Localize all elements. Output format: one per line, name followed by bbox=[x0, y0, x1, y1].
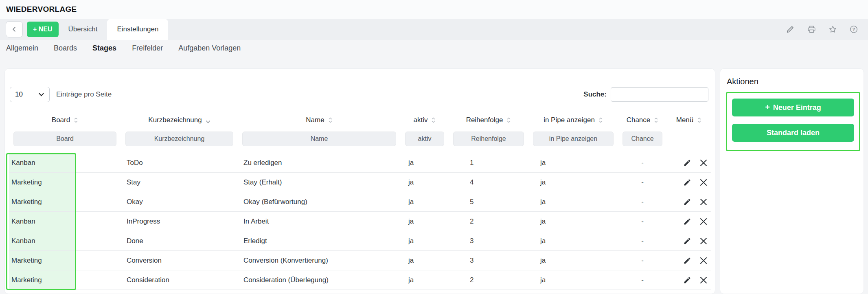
filter-input-reihenfolge[interactable] bbox=[453, 132, 524, 146]
edit-row-button[interactable] bbox=[682, 275, 692, 285]
help-icon[interactable]: ? bbox=[848, 24, 859, 35]
printer-icon bbox=[807, 25, 816, 34]
edit-row-button[interactable] bbox=[682, 236, 692, 246]
filter-input-chance[interactable] bbox=[623, 132, 662, 146]
page-size-select[interactable]: 10 bbox=[10, 87, 50, 102]
column-header-kurzbezeichnung[interactable]: Kurzbezeichnung bbox=[121, 112, 238, 128]
cell-name: Okay (Befürwortung) bbox=[238, 198, 401, 206]
filter-input-name[interactable] bbox=[242, 132, 396, 146]
column-header-aktiv[interactable]: aktiv bbox=[401, 112, 449, 128]
top-strip bbox=[0, 0, 868, 19]
filter-input-board[interactable] bbox=[13, 132, 116, 146]
load-default-label: Standard laden bbox=[767, 129, 820, 137]
cell-name: In Arbeit bbox=[238, 217, 401, 226]
tab-einstellungen[interactable]: Einstellungen bbox=[107, 19, 168, 40]
column-label: Menü bbox=[676, 116, 694, 124]
tab-uebersicht[interactable]: Übersicht bbox=[59, 19, 107, 40]
cell-chance: - bbox=[618, 276, 667, 284]
column-header-menu[interactable]: Menü bbox=[667, 112, 711, 128]
cell-reihenfolge: 1 bbox=[449, 159, 528, 167]
cell-board: Marketing bbox=[9, 270, 121, 290]
table-row: Marketing Stay Stay (Erhalt) ja 4 ja - bbox=[9, 173, 711, 192]
table-row: Marketing Conversion Conversion (Konvert… bbox=[9, 251, 711, 270]
sort-desc-icon bbox=[206, 120, 210, 123]
search-input[interactable] bbox=[611, 87, 708, 102]
delete-row-button[interactable] bbox=[699, 256, 708, 265]
edit-row-button[interactable] bbox=[682, 197, 692, 207]
cell-reihenfolge: 3 bbox=[449, 237, 528, 245]
filter-input-aktiv[interactable] bbox=[405, 132, 444, 146]
cell-aktiv: ja bbox=[401, 276, 449, 284]
cell-menu bbox=[667, 270, 711, 290]
pencil-icon bbox=[683, 178, 691, 186]
delete-row-button[interactable] bbox=[699, 158, 708, 168]
cell-pipe: ja bbox=[528, 217, 618, 226]
table-row: Kanban ToDo Zu erledigen ja 1 ja - bbox=[9, 153, 711, 173]
settings-subnav: Allgemein Boards Stages Freifelder Aufga… bbox=[6, 44, 241, 53]
actions-title: Aktionen bbox=[727, 77, 859, 86]
x-icon bbox=[700, 276, 707, 284]
subnav-item-stages[interactable]: Stages bbox=[92, 44, 116, 53]
back-button[interactable] bbox=[6, 21, 23, 37]
chevron-down-icon bbox=[38, 92, 44, 97]
board-highlight-cell: Marketing bbox=[9, 270, 76, 290]
column-header-name[interactable]: Name bbox=[238, 112, 401, 128]
edit-icon[interactable] bbox=[785, 24, 796, 35]
column-header-reihenfolge[interactable]: Reihenfolge bbox=[449, 112, 528, 128]
sort-icon bbox=[697, 117, 701, 123]
filter-input-in-pipe-anzeigen[interactable] bbox=[533, 132, 614, 146]
new-button[interactable]: + NEU bbox=[27, 22, 59, 37]
toolbar: + NEU Übersicht Einstellungen ? bbox=[0, 19, 868, 40]
new-entry-label: Neuer Eintrag bbox=[773, 103, 821, 112]
board-highlight-cell: Kanban bbox=[9, 231, 76, 250]
x-icon bbox=[700, 198, 707, 206]
edit-row-button[interactable] bbox=[682, 256, 692, 265]
print-icon[interactable] bbox=[806, 24, 817, 35]
cell-pipe: ja bbox=[528, 159, 618, 167]
cell-chance: - bbox=[618, 198, 667, 206]
favorite-icon[interactable] bbox=[827, 24, 838, 35]
edit-row-button[interactable] bbox=[682, 158, 692, 168]
sort-icon bbox=[654, 117, 658, 123]
edit-row-button[interactable] bbox=[682, 178, 692, 187]
subnav-item-aufgaben-vorlagen[interactable]: Aufgaben Vorlagen bbox=[178, 44, 241, 53]
cell-pipe: ja bbox=[528, 257, 618, 265]
column-label: Reihenfolge bbox=[466, 116, 503, 124]
column-label: aktiv bbox=[414, 116, 428, 124]
column-header-in-pipe-anzeigen[interactable]: in Pipe anzeigen bbox=[528, 112, 618, 128]
subnav-item-freifelder[interactable]: Freifelder bbox=[132, 44, 163, 53]
subnav-item-boards[interactable]: Boards bbox=[54, 44, 77, 53]
board-highlight-cell: Kanban bbox=[9, 153, 76, 172]
delete-row-button[interactable] bbox=[699, 178, 708, 187]
column-label: Name bbox=[306, 116, 324, 124]
pencil-icon bbox=[683, 237, 691, 245]
delete-row-button[interactable] bbox=[699, 217, 708, 226]
cell-reihenfolge: 4 bbox=[449, 178, 528, 186]
load-default-button[interactable]: Standard laden bbox=[732, 124, 854, 142]
delete-row-button[interactable] bbox=[699, 197, 708, 207]
column-header-chance[interactable]: Chance bbox=[618, 112, 667, 128]
new-entry-button[interactable]: + Neuer Eintrag bbox=[732, 99, 854, 116]
cell-menu bbox=[667, 173, 711, 192]
edit-row-button[interactable] bbox=[682, 217, 692, 226]
column-label: Board bbox=[52, 116, 70, 124]
cell-aktiv: ja bbox=[401, 237, 449, 245]
column-header-board[interactable]: Board bbox=[9, 112, 121, 128]
cell-name: Zu erledigen bbox=[238, 159, 401, 167]
board-highlight-cell: Marketing bbox=[9, 251, 76, 270]
actions-panel: Aktionen + Neuer Eintrag Standard laden bbox=[720, 68, 864, 294]
subnav-item-allgemein[interactable]: Allgemein bbox=[6, 44, 38, 53]
cell-menu bbox=[667, 212, 711, 231]
pencil-icon bbox=[683, 276, 691, 284]
cell-kurzbezeichnung: Conversion bbox=[121, 257, 238, 265]
sort-icon bbox=[74, 117, 78, 123]
table-header-row: Board Kurzbezeichnung Name aktiv Reihenf… bbox=[9, 112, 711, 128]
cell-chance: - bbox=[618, 257, 667, 265]
sort-icon bbox=[506, 117, 511, 123]
board-highlight-cell: Marketing bbox=[9, 192, 76, 211]
delete-row-button[interactable] bbox=[699, 236, 708, 246]
pencil-icon bbox=[683, 217, 691, 226]
filter-input-kurzbezeichnung[interactable] bbox=[125, 132, 233, 146]
delete-row-button[interactable] bbox=[699, 275, 708, 285]
cell-name: Erledigt bbox=[238, 237, 401, 245]
